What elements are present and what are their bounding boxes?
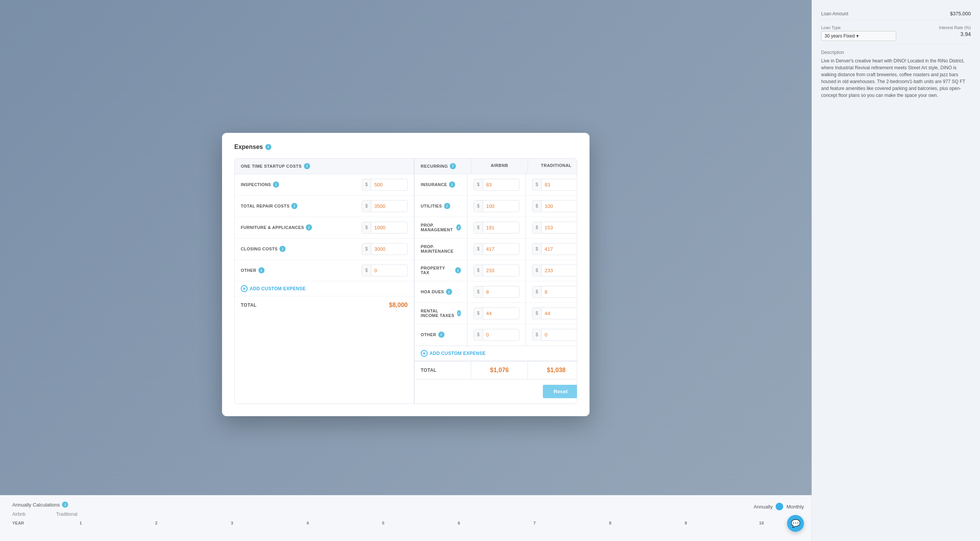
inspections-input-group: $: [362, 179, 408, 191]
other-right-traditional-cell: $: [526, 324, 577, 346]
right-column: RECURRING i AIRBNB TRADITIONAL INSURANCE…: [415, 159, 577, 404]
rental-tax-traditional-input-group: $: [532, 307, 577, 319]
closing-costs-info-icon[interactable]: i: [279, 246, 286, 252]
year-4-col: 4: [270, 521, 346, 525]
bottom-bar: Annually Calculations i Airbnb Tradition…: [0, 495, 812, 541]
airbnb-col-label: Airbnb: [12, 512, 26, 517]
hoa-traditional-input[interactable]: [542, 286, 572, 297]
hoa-label-text: HOA DUES: [421, 289, 444, 294]
left-add-custom-row: + ADD CUSTOM EXPENSE: [235, 281, 414, 296]
insurance-label: INSURANCE i: [421, 181, 461, 188]
utilities-airbnb-input[interactable]: [483, 201, 514, 212]
hoa-info-icon[interactable]: i: [446, 289, 452, 295]
reset-button[interactable]: Reset: [543, 385, 577, 398]
inspections-info-icon[interactable]: i: [273, 181, 279, 188]
left-header-info-icon[interactable]: i: [304, 163, 310, 169]
utilities-info-icon[interactable]: i: [444, 203, 450, 209]
other-left-info-icon[interactable]: i: [258, 267, 265, 273]
recurring-info-icon[interactable]: i: [450, 163, 456, 169]
inspections-input[interactable]: [371, 179, 402, 190]
closing-costs-input[interactable]: [371, 244, 402, 255]
other-right-info-icon[interactable]: i: [438, 332, 444, 338]
utilities-traditional-input-group: $: [532, 200, 577, 212]
prop-tax-airbnb-input[interactable]: [483, 265, 514, 276]
prop-tax-info-icon[interactable]: i: [455, 267, 461, 273]
loan-amount-row: Loan Amount $375,000: [821, 8, 971, 20]
right-total-airbnb-cell: $1,076: [471, 361, 528, 379]
traditional-header: TRADITIONAL: [528, 159, 577, 174]
annually-label: Annually: [754, 504, 773, 510]
modal-title-text: Expenses: [234, 144, 263, 150]
interest-rate-label: Interest Rate (%): [896, 25, 971, 30]
other-left-label: OTHER i: [241, 267, 362, 273]
other-left-label-text: OTHER: [241, 268, 256, 273]
right-plus-circle-icon: +: [421, 350, 428, 357]
other-left-input[interactable]: [371, 265, 402, 276]
prop-maint-traditional-input[interactable]: [542, 244, 572, 255]
prop-tax-traditional-input[interactable]: [542, 265, 572, 276]
expenses-info-icon[interactable]: i: [265, 144, 271, 150]
total-repair-row: TOTAL REPAIR COSTS i $: [235, 196, 414, 217]
total-repair-info-icon[interactable]: i: [291, 203, 297, 209]
left-add-custom-button[interactable]: + ADD CUSTOM EXPENSE: [241, 285, 306, 292]
right-add-custom-label: ADD CUSTOM EXPENSE: [430, 351, 486, 356]
rental-tax-label-cell: RENTAL INCOME TAXES i: [415, 303, 467, 324]
other-right-traditional-input-group: $: [532, 329, 577, 341]
prop-mgmt-label-text: PROP. MANAGEMENT: [421, 223, 454, 232]
hoa-airbnb-input[interactable]: [483, 286, 514, 297]
year-6-col: 6: [421, 521, 497, 525]
chat-button[interactable]: 💬: [787, 515, 804, 532]
insurance-info-icon[interactable]: i: [449, 181, 455, 188]
closing-costs-label-text: CLOSING COSTS: [241, 247, 278, 251]
prop-mgmt-traditional-input[interactable]: [542, 222, 572, 233]
recurring-header: RECURRING i: [415, 159, 471, 174]
closing-costs-currency: $: [362, 244, 371, 254]
prop-mgmt-traditional-currency: $: [532, 222, 542, 233]
rental-tax-airbnb-input[interactable]: [483, 308, 514, 319]
insurance-airbnb-currency: $: [474, 179, 483, 190]
insurance-traditional-input[interactable]: [542, 179, 572, 190]
hoa-airbnb-currency: $: [474, 286, 483, 297]
other-right-traditional-input[interactable]: [542, 329, 572, 340]
insurance-airbnb-input[interactable]: [483, 179, 514, 190]
prop-mgmt-info-icon[interactable]: i: [456, 224, 461, 230]
total-repair-input[interactable]: [371, 201, 402, 212]
recurring-header-text: RECURRING: [421, 164, 448, 168]
chevron-down-icon: ▾: [856, 33, 859, 39]
total-repair-label: TOTAL REPAIR COSTS i: [241, 203, 362, 209]
hoa-label-cell: HOA DUES i: [415, 281, 467, 303]
right-total-label-cell: TOTAL: [415, 361, 471, 379]
furniture-label: FURNITURE & APPLICANCES i: [241, 224, 362, 230]
bottom-bar-info-icon[interactable]: i: [62, 502, 68, 508]
loan-type-select[interactable]: 30 years Fixed ▾: [821, 31, 896, 41]
furniture-info-icon[interactable]: i: [306, 224, 312, 230]
prop-mgmt-airbnb-input[interactable]: [483, 222, 514, 233]
other-right-label-cell: OTHER i: [415, 324, 467, 346]
utilities-traditional-input[interactable]: [542, 201, 572, 212]
other-right-label-text: OTHER: [421, 332, 436, 337]
prop-tax-traditional-input-group: $: [532, 265, 577, 276]
rental-tax-traditional-input[interactable]: [542, 308, 572, 319]
hoa-traditional-currency: $: [532, 286, 542, 297]
loan-amount-value: $375,000: [950, 11, 971, 16]
bottom-bar-title-text: Annually Calculations: [12, 502, 60, 508]
prop-maint-airbnb-input[interactable]: [483, 244, 514, 255]
right-panel: Loan Amount $375,000 Loan Type 30 years …: [812, 0, 980, 541]
utilities-airbnb-cell: $: [467, 196, 526, 217]
left-total-label: TOTAL: [241, 302, 389, 308]
prop-mgmt-airbnb-cell: $: [467, 217, 526, 239]
furniture-input[interactable]: [371, 222, 402, 233]
left-add-custom-label: ADD CUSTOM EXPENSE: [250, 286, 306, 291]
closing-costs-input-group: $: [362, 243, 408, 255]
prop-maint-airbnb-cell: $: [467, 239, 526, 260]
other-right-airbnb-currency: $: [474, 329, 483, 340]
toggle-dot[interactable]: [776, 503, 783, 510]
right-add-custom-button[interactable]: + ADD CUSTOM EXPENSE: [421, 350, 486, 357]
year-col-header: YEAR: [12, 521, 43, 525]
interest-rate-value: 3.94: [896, 31, 971, 37]
other-right-label: OTHER i: [421, 332, 461, 338]
other-right-airbnb-input[interactable]: [483, 329, 514, 340]
right-rows-grid: INSURANCE i $ $: [415, 174, 577, 346]
rental-tax-info-icon[interactable]: i: [457, 310, 461, 316]
total-repair-input-group: $: [362, 200, 408, 212]
